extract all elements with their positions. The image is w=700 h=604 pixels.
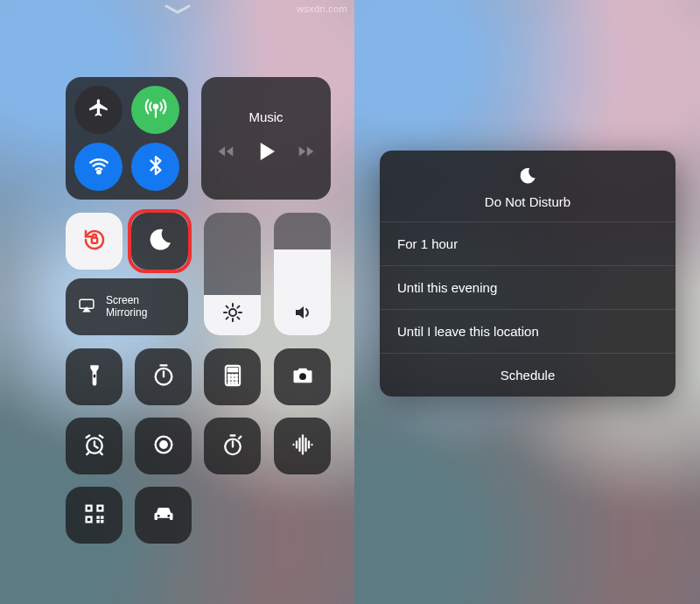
svg-point-10 xyxy=(231,374,233,376)
play-icon[interactable] xyxy=(253,138,279,168)
dnd-schedule-button[interactable]: Schedule xyxy=(380,353,676,397)
svg-point-1 xyxy=(97,170,100,172)
driving-mode-button[interactable] xyxy=(135,487,192,544)
svg-rect-27 xyxy=(98,506,102,509)
bluetooth-icon xyxy=(144,154,167,180)
orientation-lock-toggle[interactable] xyxy=(66,213,122,270)
dnd-option-evening[interactable]: Until this evening xyxy=(380,265,676,309)
screen-mirroring-button[interactable]: ScreenMirroring xyxy=(66,278,188,335)
alarm-clock-icon xyxy=(82,432,107,460)
wifi-icon xyxy=(88,154,110,180)
flashlight-icon xyxy=(82,363,107,391)
svg-rect-31 xyxy=(96,520,100,523)
popup-header: Do Not Disturb xyxy=(380,151,676,221)
waveform-icon xyxy=(290,432,315,460)
control-center-screen: wsxdn.com xyxy=(0,0,354,604)
volume-slider[interactable] xyxy=(274,213,331,335)
airplane-icon xyxy=(88,97,110,123)
bluetooth-toggle[interactable] xyxy=(131,143,179,191)
calculator-icon xyxy=(220,363,245,391)
svg-point-9 xyxy=(228,374,229,376)
rotation-lock-icon xyxy=(81,227,108,256)
svg-rect-30 xyxy=(101,516,104,519)
svg-point-17 xyxy=(234,382,236,383)
svg-point-34 xyxy=(167,514,170,516)
svg-point-11 xyxy=(234,374,236,376)
do-not-disturb-toggle[interactable] xyxy=(131,213,188,270)
camera-button[interactable] xyxy=(274,348,331,405)
svg-point-16 xyxy=(231,382,233,383)
calculator-button[interactable] xyxy=(204,348,261,405)
brightness-slider[interactable] xyxy=(204,213,261,335)
alarm-button[interactable] xyxy=(66,418,122,474)
wifi-toggle[interactable] xyxy=(74,143,122,191)
flashlight-button[interactable] xyxy=(66,348,122,405)
svg-rect-2 xyxy=(91,237,96,242)
svg-rect-8 xyxy=(228,368,237,371)
svg-rect-5 xyxy=(93,374,94,377)
screen-record-icon xyxy=(151,432,176,460)
svg-rect-26 xyxy=(87,506,90,509)
stopwatch-button[interactable] xyxy=(204,418,261,474)
speaker-icon xyxy=(292,302,313,327)
dnd-option-1hour[interactable]: For 1 hour xyxy=(380,221,676,265)
svg-rect-28 xyxy=(87,517,90,521)
airplane-mode-toggle[interactable] xyxy=(74,86,122,134)
screen-record-button[interactable] xyxy=(135,418,192,474)
connectivity-group[interactable] xyxy=(66,77,188,200)
airplay-icon xyxy=(76,297,97,318)
svg-point-18 xyxy=(299,373,306,380)
camera-icon xyxy=(290,363,315,391)
watermark: wsxdn.com xyxy=(297,4,347,14)
screen-mirroring-label: ScreenMirroring xyxy=(106,295,147,320)
moon-icon xyxy=(518,166,537,194)
svg-point-3 xyxy=(229,309,236,316)
do-not-disturb-popup: Do Not Disturb For 1 hour Until this eve… xyxy=(380,151,676,397)
voice-memos-button[interactable] xyxy=(274,418,331,474)
cellular-data-toggle[interactable] xyxy=(131,86,179,134)
now-playing-tile[interactable]: Music xyxy=(201,77,331,200)
rewind-icon[interactable] xyxy=(216,142,235,165)
qr-scanner-button[interactable] xyxy=(66,487,122,544)
fastforward-icon[interactable] xyxy=(297,142,316,165)
popup-title: Do Not Disturb xyxy=(388,194,667,209)
svg-point-21 xyxy=(160,441,166,447)
timer-button[interactable] xyxy=(135,348,192,405)
dnd-options-screen: Do Not Disturb For 1 hour Until this eve… xyxy=(354,0,700,604)
svg-rect-29 xyxy=(96,516,100,519)
dnd-option-leave-location[interactable]: Until I leave this location xyxy=(380,309,676,353)
svg-point-14 xyxy=(234,377,236,379)
now-playing-title: Music xyxy=(248,109,283,124)
moon-icon xyxy=(147,227,173,256)
qr-code-icon xyxy=(82,502,107,530)
svg-point-13 xyxy=(231,377,233,379)
timer-icon xyxy=(151,363,176,391)
svg-point-12 xyxy=(228,377,229,379)
sun-icon xyxy=(222,302,243,327)
svg-point-33 xyxy=(157,514,159,516)
svg-point-15 xyxy=(228,382,229,383)
stopwatch-icon xyxy=(220,432,245,460)
svg-rect-32 xyxy=(101,520,104,523)
car-icon xyxy=(151,502,176,530)
grabber-chevron-icon[interactable] xyxy=(164,3,191,20)
antenna-icon xyxy=(144,97,167,123)
